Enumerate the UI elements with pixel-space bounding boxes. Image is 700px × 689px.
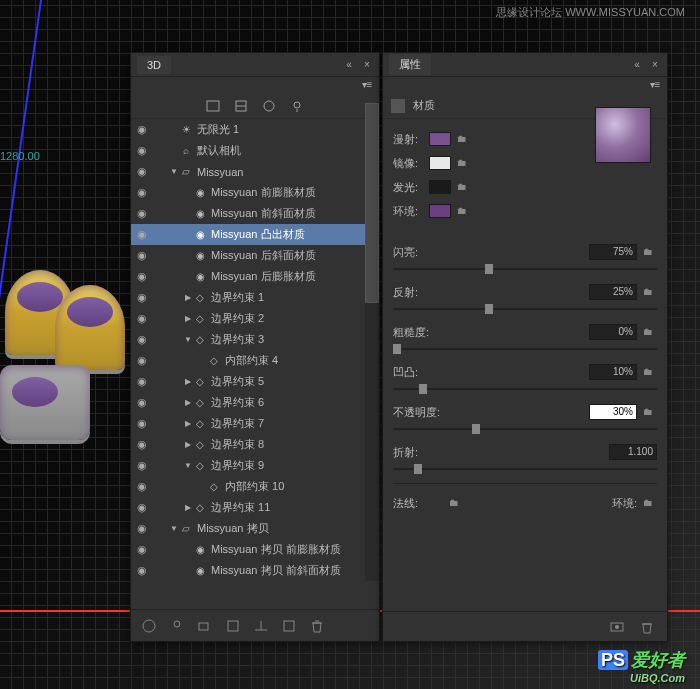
panel-collapse-icon[interactable]: « — [343, 59, 355, 71]
tree-row[interactable]: ◉◉Missyuan 后膨胀材质 — [131, 266, 379, 287]
folder-icon[interactable]: 🖿 — [457, 205, 471, 217]
visibility-toggle[interactable]: ◉ — [133, 165, 151, 178]
tree-row[interactable]: ◉▶◇边界约束 8 — [131, 434, 379, 455]
tree-row[interactable]: ◉▶◇边界约束 6 — [131, 392, 379, 413]
disclosure-triangle[interactable]: ▼ — [183, 461, 193, 470]
visibility-toggle[interactable]: ◉ — [133, 501, 151, 514]
visibility-toggle[interactable]: ◉ — [133, 312, 151, 325]
folder-icon[interactable]: 🖿 — [457, 157, 471, 169]
tree-row[interactable]: ◉◉Missyuan 拷贝 前膨胀材质 — [131, 539, 379, 560]
visibility-toggle[interactable]: ◉ — [133, 123, 151, 136]
disclosure-triangle[interactable]: ▶ — [183, 314, 193, 323]
trash-icon[interactable] — [309, 618, 325, 634]
filter-light-icon[interactable] — [290, 99, 304, 113]
visibility-toggle[interactable]: ◉ — [133, 186, 151, 199]
panel-close-icon[interactable]: × — [361, 59, 373, 71]
tree-row[interactable]: ◉▼▱Missyuan — [131, 161, 379, 182]
disclosure-triangle[interactable]: ▼ — [169, 524, 179, 533]
tree-row[interactable]: ◉◉Missyuan 后斜面材质 — [131, 245, 379, 266]
slider-value[interactable]: 30% — [589, 404, 637, 420]
visibility-toggle[interactable]: ◉ — [133, 144, 151, 157]
ground-icon[interactable] — [253, 618, 269, 634]
tree-row[interactable]: ◉▶◇边界约束 2 — [131, 308, 379, 329]
folder-icon[interactable]: 🖿 — [643, 366, 657, 378]
visibility-toggle[interactable]: ◉ — [133, 228, 151, 241]
tree-row[interactable]: ◉▼◇边界约束 9 — [131, 455, 379, 476]
slider-track[interactable] — [393, 423, 657, 435]
panel-close-icon[interactable]: × — [649, 59, 661, 71]
color-swatch[interactable] — [429, 156, 451, 170]
filter-scene-icon[interactable] — [206, 99, 220, 113]
visibility-toggle[interactable]: ◉ — [133, 249, 151, 262]
folder-icon[interactable]: 🖿 — [643, 326, 657, 338]
slider-thumb[interactable] — [414, 464, 422, 474]
visibility-toggle[interactable]: ◉ — [133, 291, 151, 304]
visibility-toggle[interactable]: ◉ — [133, 522, 151, 535]
slider-value[interactable]: 10% — [589, 364, 637, 380]
disclosure-triangle[interactable]: ▶ — [183, 440, 193, 449]
disclosure-triangle[interactable]: ▼ — [169, 167, 179, 176]
visibility-toggle[interactable]: ◉ — [133, 333, 151, 346]
material-preview[interactable] — [595, 107, 651, 163]
folder-icon[interactable]: 🖿 — [643, 246, 657, 258]
visibility-toggle[interactable]: ◉ — [133, 396, 151, 409]
tree-row[interactable]: ◉▶◇边界约束 11 — [131, 497, 379, 518]
disclosure-triangle[interactable]: ▶ — [183, 503, 193, 512]
world-icon[interactable] — [141, 618, 157, 634]
tree-row[interactable]: ◉◇内部约束 10 — [131, 476, 379, 497]
folder-icon[interactable]: 🖿 — [643, 406, 657, 418]
disclosure-triangle[interactable]: ▶ — [183, 293, 193, 302]
tree-row[interactable]: ◉◉Missyuan 拷贝 前斜面材质 — [131, 560, 379, 581]
slider-thumb[interactable] — [485, 264, 493, 274]
slider-thumb[interactable] — [485, 304, 493, 314]
tree-row[interactable]: ◉▶◇边界约束 5 — [131, 371, 379, 392]
disclosure-triangle[interactable]: ▶ — [183, 419, 193, 428]
panel-tab-3d[interactable]: 3D — [137, 56, 171, 74]
visibility-toggle[interactable]: ◉ — [133, 417, 151, 430]
scrollbar[interactable] — [365, 103, 379, 581]
slider-value[interactable]: 75% — [589, 244, 637, 260]
scene-tree[interactable]: ◉☀无限光 1◉⌕默认相机◉▼▱Missyuan◉◉Missyuan 前膨胀材质… — [131, 119, 379, 597]
visibility-toggle[interactable]: ◉ — [133, 438, 151, 451]
tree-row[interactable]: ◉☀无限光 1 — [131, 119, 379, 140]
slider-value[interactable]: 0% — [589, 324, 637, 340]
tree-row[interactable]: ◉◇内部约束 4 — [131, 350, 379, 371]
slider-track[interactable] — [393, 343, 657, 355]
slider-thumb[interactable] — [393, 344, 401, 354]
folder-icon[interactable]: 🖿 — [449, 497, 463, 509]
render-icon[interactable] — [225, 618, 241, 634]
visibility-toggle[interactable]: ◉ — [133, 270, 151, 283]
slider-thumb[interactable] — [419, 384, 427, 394]
disclosure-triangle[interactable]: ▼ — [183, 335, 193, 344]
panel-collapse-icon[interactable]: « — [631, 59, 643, 71]
tree-row[interactable]: ◉▼▱Missyuan 拷贝 — [131, 518, 379, 539]
tree-row[interactable]: ◉⌕默认相机 — [131, 140, 379, 161]
folder-icon[interactable]: 🖿 — [457, 133, 471, 145]
disclosure-triangle[interactable]: ▶ — [183, 377, 193, 386]
filter-mesh-icon[interactable] — [234, 99, 248, 113]
slider-value[interactable]: 1.100 — [609, 444, 657, 460]
tree-row[interactable]: ◉◉Missyuan 凸出材质 — [131, 224, 379, 245]
tree-row[interactable]: ◉▶◇边界约束 1 — [131, 287, 379, 308]
slider-track[interactable] — [393, 463, 657, 475]
slider-thumb[interactable] — [472, 424, 480, 434]
filter-material-icon[interactable] — [262, 99, 276, 113]
color-swatch[interactable] — [429, 132, 451, 146]
render-settings-icon[interactable] — [609, 619, 625, 635]
folder-icon[interactable]: 🖿 — [643, 497, 657, 509]
tree-row[interactable]: ◉▶◇边界约束 7 — [131, 413, 379, 434]
visibility-toggle[interactable]: ◉ — [133, 543, 151, 556]
folder-icon[interactable]: 🖿 — [457, 181, 471, 193]
visibility-toggle[interactable]: ◉ — [133, 480, 151, 493]
scroll-thumb[interactable] — [365, 103, 379, 303]
visibility-toggle[interactable]: ◉ — [133, 375, 151, 388]
tree-row[interactable]: ◉◉Missyuan 前斜面材质 — [131, 203, 379, 224]
visibility-toggle[interactable]: ◉ — [133, 564, 151, 577]
trash-icon[interactable] — [639, 619, 655, 635]
panel-menu-icon[interactable]: ▾≡ — [361, 79, 373, 91]
slider-track[interactable] — [393, 263, 657, 275]
panel-header[interactable]: 3D « × — [131, 53, 379, 77]
tree-row[interactable]: ◉◉Missyuan 前膨胀材质 — [131, 182, 379, 203]
color-swatch[interactable] — [429, 180, 451, 194]
visibility-toggle[interactable]: ◉ — [133, 207, 151, 220]
